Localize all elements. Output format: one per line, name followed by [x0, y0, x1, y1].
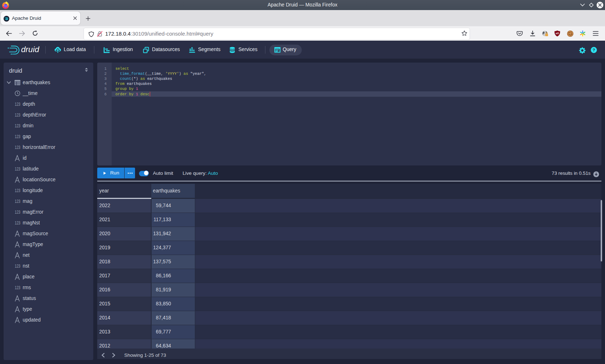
svg-text:?: ? [592, 48, 595, 52]
svg-text:123: 123 [15, 285, 20, 290]
svg-text:uO: uO [556, 32, 559, 35]
svg-text:123: 123 [15, 220, 20, 225]
svg-text:123: 123 [15, 167, 20, 171]
svg-text:123: 123 [15, 113, 20, 117]
svg-text:123: 123 [15, 199, 20, 204]
svg-text:123: 123 [15, 123, 20, 128]
svg-text:123: 123 [15, 102, 20, 106]
svg-text:123: 123 [15, 210, 20, 214]
svg-text:123: 123 [15, 134, 20, 139]
svg-text:123: 123 [15, 145, 20, 150]
svg-text:123: 123 [15, 188, 20, 193]
svg-text:123: 123 [15, 264, 20, 268]
